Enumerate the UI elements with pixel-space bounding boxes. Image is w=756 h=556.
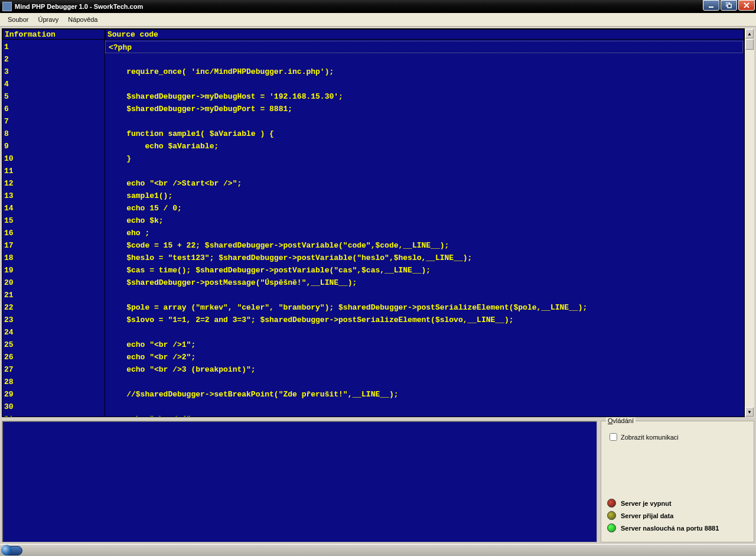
menu-help[interactable]: Nápověda [63, 15, 102, 24]
code-line[interactable]: echo "<br />2"; [105, 351, 744, 363]
scroll-thumb[interactable] [745, 39, 754, 50]
line-number: 31 [2, 413, 105, 417]
line-number: 20 [2, 277, 105, 289]
editor-headers: Information Source code [2, 29, 744, 40]
code-line[interactable]: $sharedDebugger->myDebugPort = 8881; [105, 103, 744, 115]
led-green-icon [607, 524, 616, 532]
line-number: 22 [2, 301, 105, 314]
status-server-listening: Server naslouchá na portu 8881 [607, 524, 748, 532]
taskbar-strip[interactable] [0, 544, 756, 556]
code-line[interactable] [105, 115, 744, 128]
maximize-button[interactable] [721, 0, 737, 11]
status-off-label: Server je vypnut [621, 500, 672, 507]
editor: Information Source code 1234567891011121… [2, 28, 745, 417]
line-number: 9 [2, 140, 105, 152]
show-communication-label: Zobrazit komunikaci [621, 434, 679, 441]
line-number: 13 [2, 190, 105, 202]
code-line[interactable]: $pole = array ("mrkev", "celer", "brambo… [105, 301, 744, 314]
show-communication-checkbox[interactable]: Zobrazit komunikaci [610, 433, 749, 441]
source-code-area[interactable]: <?php require_once( 'inc/MindPHPDebugger… [105, 40, 744, 417]
led-red-icon [607, 499, 616, 508]
led-olive-icon [607, 511, 616, 520]
line-number: 2 [2, 53, 105, 66]
code-line[interactable] [105, 376, 744, 388]
line-number: 5 [2, 90, 105, 103]
line-number: 10 [2, 152, 105, 165]
code-line[interactable]: $cas = time(); $sharedDebugger->postVari… [105, 264, 744, 277]
code-line[interactable]: echo 15 / 0; [105, 202, 744, 214]
line-number: 30 [2, 401, 105, 413]
bottom-panel: Ovládání Zobrazit komunikaci Server je v… [0, 419, 756, 544]
code-line[interactable]: $code = 15 + 22; $sharedDebugger->postVa… [105, 239, 744, 252]
code-line[interactable]: echo "<br />4"; [105, 413, 744, 417]
output-console[interactable] [2, 421, 597, 542]
line-number: 23 [2, 314, 105, 326]
scroll-track[interactable] [745, 38, 754, 407]
code-line[interactable] [105, 53, 744, 66]
line-number: 29 [2, 388, 105, 401]
menubar: Soubor Úpravy Nápověda [0, 13, 756, 27]
line-number: 8 [2, 128, 105, 140]
status-list: Server je vypnut Server přijal data Serv… [607, 495, 748, 536]
line-number-gutter: 1234567891011121314151617181920212223242… [2, 40, 105, 417]
line-number: 3 [2, 66, 105, 78]
status-received-label: Server přijal data [621, 512, 673, 519]
window-title: Mind PHP Debugger 1.0 - SworkTech.com [15, 3, 143, 10]
scroll-up-arrow-icon[interactable]: ▲ [745, 29, 754, 38]
code-line[interactable] [105, 326, 744, 339]
column-header-source[interactable]: Source code [105, 29, 744, 40]
code-line[interactable]: echo "<br />Start<br />"; [105, 177, 744, 190]
code-line[interactable]: require_once( 'inc/MindPHPDebugger.inc.p… [105, 66, 744, 78]
editor-body: 1234567891011121314151617181920212223242… [2, 40, 744, 417]
line-number: 26 [2, 351, 105, 363]
line-number: 15 [2, 214, 105, 227]
menu-file[interactable]: Soubor [3, 15, 33, 24]
code-line[interactable]: $sharedDebugger->postMessage("Úspěšně!",… [105, 277, 744, 289]
code-line[interactable]: //$sharedDebugger->setBreakPoint("Zde př… [105, 388, 744, 401]
column-header-information[interactable]: Information [2, 29, 105, 40]
vertical-scrollbar[interactable]: ▲ ▼ [745, 28, 754, 417]
code-line[interactable]: $slovo = "1=1, 2=2 and 3=3"; $sharedDebu… [105, 314, 744, 326]
line-number: 21 [2, 289, 105, 301]
menu-edit[interactable]: Úpravy [33, 15, 63, 24]
line-number: 19 [2, 264, 105, 277]
code-line[interactable]: $sharedDebugger->myDebugHost = '192.168.… [105, 90, 744, 103]
code-line[interactable]: $heslo = "test123"; $sharedDebugger->pos… [105, 252, 744, 264]
titlebar[interactable]: Mind PHP Debugger 1.0 - SworkTech.com [0, 0, 756, 13]
code-line[interactable]: sample1(); [105, 190, 744, 202]
code-line[interactable] [105, 78, 744, 90]
code-line[interactable] [105, 165, 744, 177]
code-line[interactable] [105, 289, 744, 301]
control-groupbox: Ovládání Zobrazit komunikaci Server je v… [601, 421, 754, 542]
line-number: 6 [2, 103, 105, 115]
status-listening-label: Server naslouchá na portu 8881 [621, 525, 719, 532]
code-line[interactable]: echo "<br />3 (breakpoint)"; [105, 363, 744, 376]
start-orb-icon[interactable] [1, 545, 12, 555]
line-number: 24 [2, 326, 105, 339]
code-line[interactable]: } [105, 152, 744, 165]
code-line[interactable]: function sample1( $aVariable ) { [105, 128, 744, 140]
line-number: 7 [2, 115, 105, 128]
line-number: 1 [2, 41, 105, 53]
code-line[interactable] [105, 401, 744, 413]
line-number: 12 [2, 177, 105, 190]
svg-rect-2 [728, 4, 731, 8]
code-line[interactable]: echo $aVariable; [105, 140, 744, 152]
minimize-button[interactable] [703, 0, 719, 11]
line-number: 18 [2, 252, 105, 264]
control-legend: Ovládání [606, 417, 636, 424]
code-line[interactable]: eho ; [105, 227, 744, 239]
line-number: 17 [2, 239, 105, 252]
code-line[interactable]: echo "<br />1"; [105, 339, 744, 351]
line-number: 27 [2, 363, 105, 376]
show-communication-input[interactable] [610, 433, 617, 441]
line-number: 4 [2, 78, 105, 90]
status-server-received: Server přijal data [607, 511, 748, 520]
code-line[interactable]: echo $k; [105, 214, 744, 227]
app-icon [2, 2, 12, 11]
code-line[interactable]: <?php [105, 41, 743, 53]
svg-rect-0 [709, 6, 713, 8]
scroll-down-arrow-icon[interactable]: ▼ [745, 407, 754, 417]
close-button[interactable] [738, 0, 755, 11]
main-area: Information Source code 1234567891011121… [0, 27, 756, 419]
